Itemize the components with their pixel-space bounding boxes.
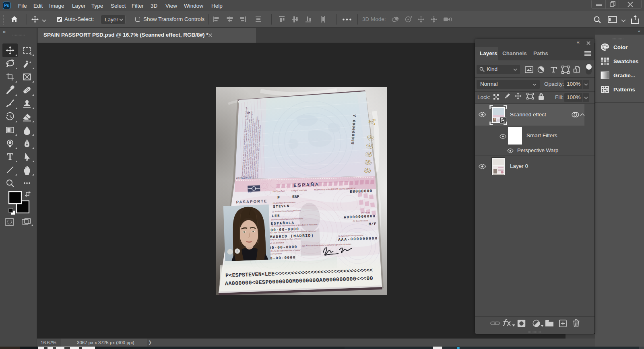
svg-text:STEVEN: STEVEN	[273, 204, 290, 209]
svg-text:ESP: ESP	[248, 191, 252, 193]
svg-text:3: 3	[246, 112, 251, 114]
svg-text:2501251E1: 2501251E1	[236, 176, 254, 180]
svg-text:M/F: M/F	[369, 222, 377, 227]
svg-text:S: S	[236, 250, 238, 253]
svg-text:LEE: LEE	[272, 214, 281, 218]
svg-text:(11) Id. No.: (11) Id. No.	[361, 211, 371, 214]
svg-text:ESP: ESP	[292, 194, 299, 199]
svg-text:BB000000: BB000000	[350, 189, 373, 194]
svg-text:P: P	[277, 195, 280, 200]
svg-text:ESPAÑA: ESPAÑA	[293, 182, 320, 188]
